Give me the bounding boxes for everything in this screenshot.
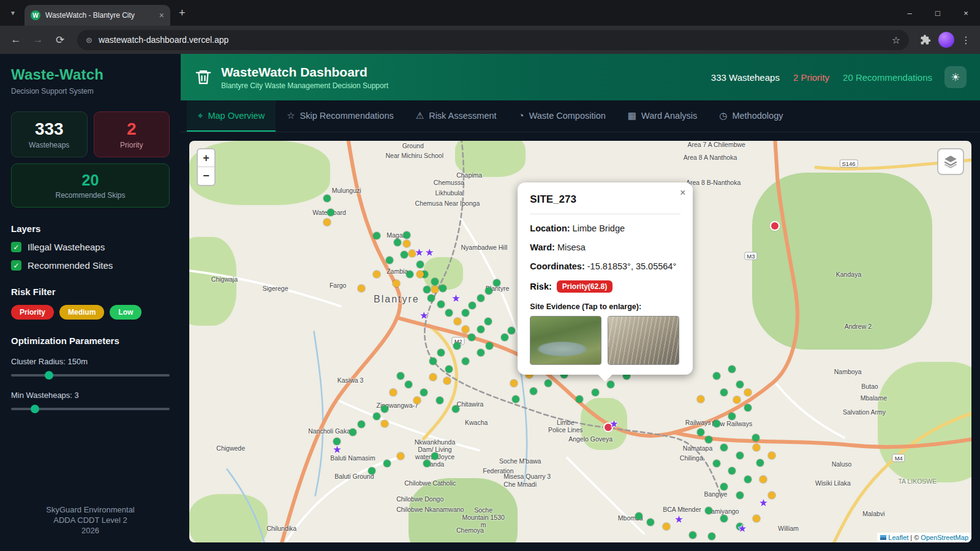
leaflet-link[interactable]: Leaflet	[888, 534, 908, 541]
wasteheap-marker[interactable]	[744, 476, 752, 483]
wasteheap-marker[interactable]	[736, 452, 744, 459]
minimize-button[interactable]: –	[895, 0, 924, 26]
tab-risk-assessment[interactable]: ⚠Risk Assessment	[405, 100, 508, 132]
zoom-out-button[interactable]: −	[198, 167, 214, 185]
wasteheap-marker[interactable]	[607, 381, 614, 388]
wasteheap-marker[interactable]	[720, 515, 728, 522]
medium-risk-marker[interactable]	[753, 515, 760, 522]
wasteheap-marker[interactable]	[545, 380, 552, 387]
min-wasteheaps-slider[interactable]	[11, 405, 170, 413]
tab-ward-analysis[interactable]: ▦Ward Analysis	[617, 100, 709, 132]
wasteheap-marker[interactable]	[697, 429, 704, 436]
site-info-icon[interactable]: ⊜	[86, 36, 92, 45]
layer-toggle-recommended-sites[interactable]: ✓Recommended Sites	[11, 260, 170, 271]
wasteheap-marker[interactable]	[530, 388, 537, 395]
medium-risk-marker[interactable]	[768, 452, 775, 459]
wasteheap-marker[interactable]	[728, 467, 736, 474]
medium-risk-marker[interactable]	[417, 271, 424, 278]
wasteheap-marker[interactable]	[373, 232, 380, 239]
wasteheap-marker[interactable]	[635, 512, 643, 520]
medium-risk-marker[interactable]	[443, 377, 451, 384]
wasteheap-marker[interactable]	[428, 294, 435, 302]
layers-control-button[interactable]	[937, 148, 964, 175]
back-icon[interactable]: ←	[6, 30, 26, 50]
medium-risk-marker[interactable]	[733, 396, 741, 403]
wasteheap-marker[interactable]	[512, 395, 519, 403]
medium-risk-marker[interactable]	[753, 444, 760, 451]
wasteheap-marker[interactable]	[437, 349, 445, 356]
wasteheap-marker[interactable]	[431, 452, 439, 460]
medium-risk-marker[interactable]	[381, 420, 388, 427]
wasteheap-marker[interactable]	[462, 309, 469, 317]
wasteheap-marker[interactable]	[437, 301, 445, 308]
tab-search-icon[interactable]: ▾	[5, 5, 21, 21]
wasteheap-marker[interactable]	[394, 239, 401, 246]
wasteheap-marker[interactable]	[493, 279, 500, 287]
tab-waste-composition[interactable]: ◔Waste Composition	[508, 100, 617, 132]
medium-risk-marker[interactable]	[760, 476, 767, 483]
wasteheap-marker[interactable]	[452, 405, 459, 413]
osm-link[interactable]: OpenStreetMap	[921, 534, 968, 541]
wasteheap-marker[interactable]	[752, 434, 760, 441]
wasteheap-marker[interactable]	[576, 395, 583, 403]
evidence-photo-1[interactable]	[530, 316, 601, 365]
wasteheap-marker[interactable]	[429, 358, 437, 365]
wasteheap-marker[interactable]	[431, 278, 439, 285]
wasteheap-marker[interactable]	[469, 302, 476, 309]
medium-risk-marker[interactable]	[429, 373, 437, 381]
recommended-site-marker[interactable]: ★	[674, 512, 684, 525]
medium-risk-marker[interactable]	[390, 389, 397, 396]
medium-risk-marker[interactable]	[393, 280, 400, 287]
forward-icon[interactable]: →	[28, 30, 48, 50]
wasteheap-marker[interactable]	[486, 342, 493, 350]
checkbox-icon[interactable]: ✓	[11, 260, 21, 271]
tab-methodology[interactable]: ◷Methodology	[708, 100, 794, 132]
tab-skip-recommendations[interactable]: ☆Skip Recommendations	[276, 100, 405, 132]
wasteheap-marker[interactable]	[417, 261, 424, 268]
wasteheap-marker[interactable]	[468, 334, 475, 341]
medium-risk-marker[interactable]	[744, 389, 752, 396]
address-bar[interactable]: ⊜ wastewatch-dashboard.vercel.app ☆	[77, 30, 909, 50]
wasteheap-marker[interactable]	[501, 334, 508, 341]
wasteheap-marker[interactable]	[323, 195, 331, 202]
tab-close-icon[interactable]: ×	[159, 10, 164, 20]
wasteheap-marker[interactable]	[728, 365, 736, 373]
wasteheap-marker[interactable]	[403, 231, 410, 239]
wasteheap-marker[interactable]	[401, 251, 408, 258]
wasteheap-marker[interactable]	[439, 285, 447, 292]
new-tab-button[interactable]: +	[179, 7, 186, 20]
min-wasteheaps-slider-thumb[interactable]	[31, 405, 39, 413]
wasteheap-marker[interactable]	[445, 309, 453, 317]
wasteheap-marker[interactable]	[436, 397, 443, 404]
recommended-site-marker[interactable]: ★	[424, 246, 434, 259]
wasteheap-marker[interactable]	[405, 381, 412, 388]
wasteheap-marker[interactable]	[349, 429, 356, 436]
layer-toggle-illegal-wasteheaps[interactable]: ✓Illegal Wasteheaps	[11, 242, 170, 252]
map-container[interactable]: Blantyre + − SITE_273 × Location: Limbe …	[189, 141, 971, 542]
medium-risk-marker[interactable]	[397, 452, 404, 460]
evidence-photo-2[interactable]	[608, 316, 679, 365]
extensions-icon[interactable]	[916, 31, 935, 49]
wasteheap-marker[interactable]	[453, 342, 461, 350]
reload-icon[interactable]: ⟳	[50, 30, 70, 50]
wasteheap-marker[interactable]	[708, 533, 715, 540]
tab-map-overview[interactable]: ⌖Map Overview	[187, 100, 276, 132]
wasteheap-marker[interactable]	[477, 294, 484, 302]
wasteheap-marker[interactable]	[373, 413, 380, 420]
wasteheap-marker[interactable]	[736, 381, 744, 388]
browser-menu-icon[interactable]: ⋮	[958, 34, 974, 46]
wasteheap-marker[interactable]	[713, 460, 720, 467]
bookmark-star-icon[interactable]: ☆	[892, 34, 900, 46]
medium-risk-marker[interactable]	[768, 492, 775, 499]
medium-risk-marker[interactable]	[431, 286, 439, 293]
popup-close-icon[interactable]: ×	[680, 187, 685, 198]
medium-risk-marker[interactable]	[323, 219, 331, 226]
medium-risk-marker[interactable]	[462, 326, 469, 333]
medium-risk-marker[interactable]	[510, 380, 518, 387]
close-button[interactable]: ×	[952, 0, 980, 26]
medium-risk-marker[interactable]	[373, 271, 380, 278]
wasteheap-marker[interactable]	[720, 389, 728, 396]
medium-risk-marker[interactable]	[697, 395, 704, 403]
browser-tab[interactable]: W WasteWatch - Blantyre City ×	[24, 5, 170, 26]
recommended-site-marker[interactable]: ★	[759, 497, 768, 509]
